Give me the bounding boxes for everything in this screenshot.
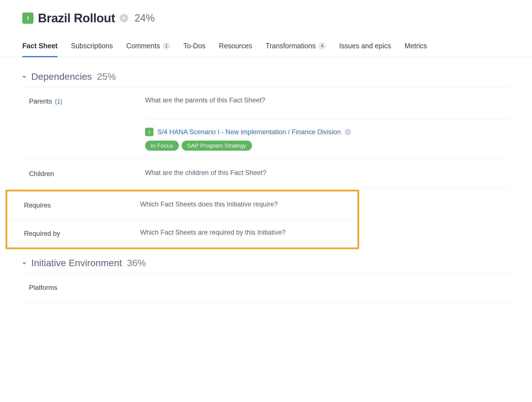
completion-percent: 24%: [135, 12, 155, 24]
section-percent: 25%: [97, 71, 116, 82]
tab-label: Comments: [126, 42, 160, 50]
initiative-type-badge: I: [22, 13, 33, 24]
row-label: Children: [29, 170, 54, 178]
row-children: Children What are the children of this F…: [22, 160, 510, 188]
tab-label: Transformations: [266, 42, 316, 50]
parent-link[interactable]: S/4 HANA Scenario I - New implementation…: [157, 128, 341, 136]
chevron-down-icon: [22, 75, 26, 79]
tab-todos[interactable]: To-Dos: [183, 42, 205, 57]
add-tag-button[interactable]: +: [120, 14, 128, 22]
row-label: Platforms: [29, 284, 57, 291]
row-parents: Parents (1) What are the parents of this…: [22, 87, 510, 160]
add-relation-button[interactable]: +: [345, 129, 351, 135]
tab-label: Issues and epics: [339, 42, 391, 50]
tab-fact-sheet[interactable]: Fact Sheet: [22, 42, 57, 57]
row-label: Required by: [24, 230, 60, 237]
tab-comments[interactable]: Comments 1: [126, 42, 170, 57]
children-placeholder[interactable]: What are the children of this Fact Sheet…: [145, 169, 510, 177]
tab-resources[interactable]: Resources: [219, 42, 252, 57]
section-title: Initiative Environment: [31, 257, 122, 268]
section-percent: 36%: [127, 257, 146, 268]
page-title: Brazil Rollout: [38, 11, 115, 25]
tag-sap-program-strategy[interactable]: SAP Program Strategy: [182, 141, 252, 151]
tab-subscriptions[interactable]: Subscriptions: [71, 42, 113, 57]
row-count[interactable]: (1): [55, 98, 62, 105]
chevron-down-icon: [22, 261, 26, 265]
requires-placeholder[interactable]: Which Fact Sheets does this Initiative r…: [140, 200, 357, 208]
tab-label: To-Dos: [183, 42, 205, 50]
row-required-by: Required by Which Fact Sheets are requir…: [7, 220, 357, 247]
row-label: Requires: [24, 201, 51, 209]
tab-issues-epics[interactable]: Issues and epics: [339, 42, 391, 57]
section-header-initiative-environment[interactable]: Initiative Environment 36%: [22, 257, 510, 274]
tab-badge: 4: [319, 42, 326, 50]
tabs-bar: Fact Sheet Subscriptions Comments 1 To-D…: [0, 42, 532, 57]
tab-label: Fact Sheet: [22, 42, 57, 50]
row-platforms[interactable]: Platforms: [22, 274, 510, 302]
tab-transformations[interactable]: Transformations 4: [266, 42, 326, 57]
tab-label: Metrics: [405, 42, 427, 50]
row-label: Parents: [29, 97, 52, 105]
tab-metrics[interactable]: Metrics: [405, 42, 427, 57]
required-by-placeholder[interactable]: Which Fact Sheets are required by this I…: [140, 228, 357, 236]
section-title: Dependencies: [31, 71, 92, 82]
parents-placeholder[interactable]: What are the parents of this Fact Sheet?: [145, 96, 510, 104]
tab-label: Resources: [219, 42, 252, 50]
highlight-requires-box: Requires Which Fact Sheets does this Ini…: [6, 190, 359, 249]
section-header-dependencies[interactable]: Dependencies 25%: [22, 71, 510, 87]
tab-badge: 1: [163, 42, 170, 50]
initiative-type-badge: I: [145, 128, 153, 136]
row-requires: Requires Which Fact Sheets does this Ini…: [7, 191, 357, 220]
tab-label: Subscriptions: [71, 42, 113, 50]
tag-in-focus[interactable]: In Focus: [145, 141, 179, 151]
